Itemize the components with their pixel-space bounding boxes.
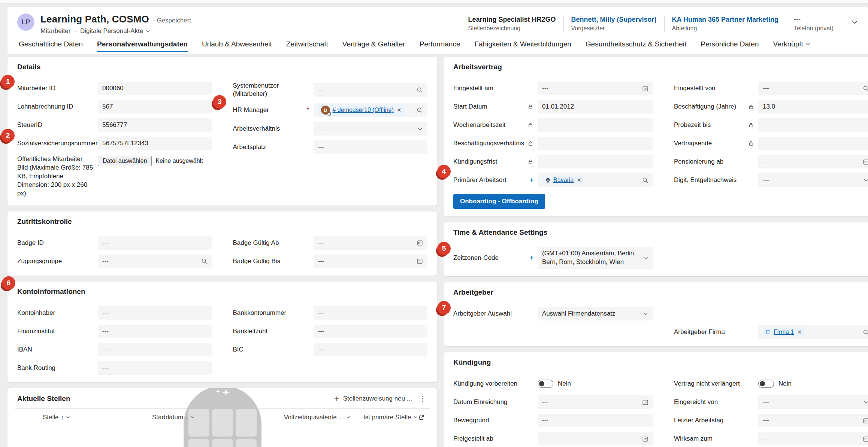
field-probezeit-bis: Probezeit bis xyxy=(674,118,868,132)
probezeit-bis-input[interactable] xyxy=(758,118,868,132)
lohnabrechnung-id-input[interactable]: 567 xyxy=(98,100,212,113)
more-commands-icon[interactable]: ⋮ xyxy=(417,394,427,403)
field-mitarbeiter-id: Mitarbeiter ID 000060 xyxy=(17,82,212,95)
zugangsgruppe-lookup[interactable]: --- xyxy=(98,255,212,268)
iban-input[interactable]: --- xyxy=(98,343,212,356)
firma-chip[interactable]: Firma 1 ✕ xyxy=(763,328,805,337)
calendar-icon[interactable] xyxy=(642,399,648,405)
hr-manager-chip[interactable]: D # demouser10 (Offline) ✕ xyxy=(318,104,405,116)
systembenutzer-lookup[interactable]: --- xyxy=(314,83,428,97)
tab-geschaeftliche-daten[interactable]: Geschäftliche Daten xyxy=(19,40,83,54)
field-bankkontonummer: Bankkontonummer --- xyxy=(233,306,428,320)
department-link[interactable]: KA Human 365 Partner Marketing xyxy=(672,16,778,24)
tab-urlaub-abwesenheit[interactable]: Urlaub & Abwesenheit xyxy=(202,40,272,54)
zeitzonen-code-select[interactable]: (GMT+01:00) Amsterdam, Berlin, Bern, Rom… xyxy=(538,247,653,269)
badge-gueltig-ab-datepicker[interactable]: --- xyxy=(314,236,428,250)
open-grid-popup-icon[interactable] xyxy=(418,414,427,420)
field-letzter-arbeitstag: Letzter Arbeitstag --- xyxy=(674,414,868,427)
tab-gesundheitsschutz-sicherheit[interactable]: Gesundheitsschutz & Sicherheit xyxy=(586,40,686,54)
wochenarbeitszeit-input[interactable] xyxy=(538,118,653,132)
finanzinstitut-input[interactable]: --- xyxy=(98,325,212,338)
tab-verknuepft[interactable]: Verknüpft xyxy=(773,40,810,54)
column-header-startdatum[interactable]: Startdatum ↓ xyxy=(152,414,284,421)
column-header-stelle[interactable]: Stelle ↑ xyxy=(43,414,152,421)
search-icon[interactable] xyxy=(642,177,648,183)
mitarbeiter-id-input[interactable]: 000060 xyxy=(98,82,212,95)
calendar-icon[interactable] xyxy=(863,417,868,424)
calendar-icon[interactable] xyxy=(863,436,868,442)
datei-auswaehlen-button[interactable]: Datei auswählen xyxy=(98,156,152,166)
column-header-vollzeitaequivalente[interactable]: Vollzeitäquivalente ... xyxy=(284,414,363,421)
eingestellt-am-datepicker[interactable]: --- xyxy=(538,82,653,95)
tab-zeitwirtschaft[interactable]: Zeitwirtschaft xyxy=(286,40,328,54)
badge-gueltig-bis-datepicker[interactable]: --- xyxy=(314,255,428,268)
recommended-plus: + xyxy=(530,254,533,262)
letzter-arbeitstag-datepicker[interactable]: --- xyxy=(758,414,868,427)
kuendigungsfrist-input[interactable] xyxy=(538,155,653,168)
badge-id-input[interactable]: --- xyxy=(98,236,212,250)
search-icon[interactable] xyxy=(863,329,868,335)
calendar-icon[interactable] xyxy=(642,85,648,92)
primaerer-arbeitsort-lookup[interactable]: Bavaria ✕ xyxy=(538,173,653,187)
summary-telefon: --- Telefon (privat) xyxy=(786,16,842,32)
datum-einreichung-datepicker[interactable]: --- xyxy=(538,395,653,409)
summary-abteilung: KA Human 365 Partner Marketing Abteilung xyxy=(664,16,786,32)
calendar-icon[interactable] xyxy=(417,258,423,264)
section-title: Kontoinformationen xyxy=(17,288,427,296)
hr-manager-lookup[interactable]: D # demouser10 (Offline) ✕ xyxy=(314,103,428,117)
eingestellt-von-lookup[interactable]: --- xyxy=(758,82,868,95)
stellenzuweisung-neu-button[interactable]: + Stellenzuweisung neu ... xyxy=(334,394,412,403)
arbeitsplatz-input[interactable]: --- xyxy=(314,140,428,154)
summary-label: Vorgesetzter xyxy=(571,25,657,32)
page-title: Learning Path, COSMO xyxy=(40,13,149,25)
search-icon[interactable] xyxy=(863,85,868,92)
vertragsende-input[interactable] xyxy=(758,137,868,150)
bankleitzahl-input[interactable]: --- xyxy=(314,325,428,338)
arbeitgeber-auswahl-select[interactable]: Auswahl Firmendatensatz xyxy=(538,307,653,320)
digit-entgeltnachweis-select[interactable]: --- xyxy=(758,173,868,187)
calendar-icon[interactable] xyxy=(863,159,868,165)
search-icon[interactable] xyxy=(417,87,423,93)
form-selector[interactable]: Digitale Personal-Akte xyxy=(80,27,150,35)
summary-label: Abteilung xyxy=(672,25,778,32)
calendar-icon[interactable] xyxy=(417,240,423,246)
header-collapse-chevron-icon[interactable] xyxy=(851,16,858,26)
beweggrund-input[interactable]: --- xyxy=(538,414,653,427)
onboarding-offboarding-button[interactable]: Onboarding - Offboarding xyxy=(453,194,545,209)
sozialversicherungsnummer-input[interactable]: 5675757L12343 xyxy=(98,137,212,150)
tab-vertraege-gehaelter[interactable]: Verträge & Gehälter xyxy=(342,40,405,54)
vertrag-nicht-verlaengert-toggle[interactable] xyxy=(758,380,774,388)
search-icon[interactable] xyxy=(201,258,208,264)
supervisor-link[interactable]: Bennett, Milly (Supervisor) xyxy=(571,16,657,24)
section-arbeitgeber: 7 Arbeitgeber Arbeitgeber Auswahl Auswah… xyxy=(444,282,868,346)
pensionierung-ab-datepicker[interactable]: --- xyxy=(758,155,868,168)
column-header-ist-primaere-stelle[interactable]: Ist primäre Stelle xyxy=(363,414,418,421)
section-time-attendance: 5 Time & Attendance Settings Zeitzonen-C… xyxy=(444,222,868,276)
kuendigung-vorbereiten-toggle[interactable] xyxy=(538,380,553,388)
tab-personalverwaltungsdaten[interactable]: Personalverwaltungsdaten xyxy=(97,40,188,54)
bankkontonummer-input[interactable]: --- xyxy=(314,306,428,320)
chevron-down-icon xyxy=(417,126,423,132)
arbeitsverhaeltnis-select[interactable]: --- xyxy=(314,122,428,136)
beschaeftigungsverhaeltnis-input[interactable] xyxy=(538,137,653,150)
steuer-id-input[interactable]: 5566777 xyxy=(98,118,212,132)
beschaeftigung-jahre-input[interactable]: 13.0 xyxy=(758,100,868,113)
remove-chip-icon[interactable]: ✕ xyxy=(396,107,402,113)
kontoinhaber-input[interactable]: --- xyxy=(98,306,212,320)
arbeitsort-chip[interactable]: Bavaria ✕ xyxy=(542,176,584,185)
calendar-icon[interactable] xyxy=(642,436,648,442)
remove-chip-icon[interactable]: ✕ xyxy=(576,177,581,183)
tab-persoenliche-daten[interactable]: Persönliche Daten xyxy=(701,40,759,54)
tab-performance[interactable]: Performance xyxy=(420,40,460,54)
search-icon[interactable] xyxy=(417,107,423,113)
remove-chip-icon[interactable]: ✕ xyxy=(796,329,802,335)
freigestellt-ab-datepicker[interactable]: --- xyxy=(538,432,653,446)
start-datum-input[interactable]: 01.01.2012 xyxy=(538,100,653,113)
tab-faehigkeiten-weiterbildungen[interactable]: Fähigkeiten & Weiterbildungen xyxy=(474,40,571,54)
eingereicht-von-select[interactable]: --- xyxy=(758,395,868,409)
field-lohnabrechnung-id: Lohnabrechnung ID 567 xyxy=(17,100,212,113)
bank-routing-input[interactable]: --- xyxy=(98,361,212,375)
wirksam-zum-datepicker[interactable]: --- xyxy=(758,432,868,446)
arbeitgeber-firma-lookup[interactable]: Firma 1 ✕ xyxy=(758,325,868,339)
bic-input[interactable]: --- xyxy=(314,343,428,356)
